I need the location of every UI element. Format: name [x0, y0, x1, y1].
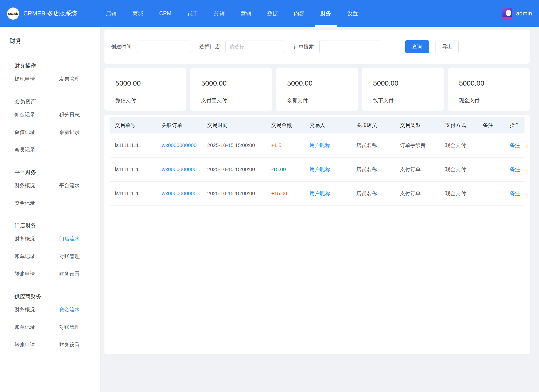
col-header-user: 交易人 [310, 122, 356, 129]
sidebar-item-withdraw-apply[interactable]: 提现申请 [14, 70, 59, 88]
cell-time: 2025-10-15 15:00:00 [207, 142, 271, 148]
cell-user-link[interactable]: 用户昵称 [310, 190, 356, 197]
avatar[interactable] [502, 8, 512, 19]
sidebar-item-balance-records[interactable]: 余额记录 [59, 123, 100, 141]
cell-order-no: ls111111111 [115, 190, 162, 197]
table-row: ls111111111 wx0000000000 2025-10-15 15:0… [110, 182, 525, 206]
stat-label: 微信支付 [116, 97, 186, 104]
cell-type: 订单手续费 [400, 142, 445, 149]
sidebar-divider [5, 52, 95, 52]
stat-label: 现金支付 [459, 97, 530, 104]
col-header-remark: 备注 [483, 122, 510, 129]
col-header-order-no: 交易单号 [115, 122, 162, 129]
export-button[interactable]: 导出 [435, 40, 459, 53]
sidebar-item-supplier-finance-settings[interactable]: 财务设置 [59, 336, 100, 353]
col-header-related-order: 关联订单 [162, 122, 207, 129]
col-header-time: 交易时间 [207, 122, 271, 129]
sidebar-item-store-flow[interactable]: 门店流水 [59, 230, 100, 247]
cell-amount: +1.5 [271, 142, 310, 148]
nav-item-crm[interactable]: CRM [151, 0, 179, 27]
sidebar-item-fund-records[interactable]: 资金记录 [14, 194, 59, 212]
sidebar-item-supplier-finance-overview[interactable]: 财务概况 [14, 301, 59, 318]
cell-user-link[interactable]: 用户昵称 [310, 142, 356, 149]
cell-related-order-link[interactable]: wx0000000000 [162, 166, 207, 173]
stat-card-offline-pay: 5000.00 线下支付 [362, 68, 444, 111]
username[interactable]: admin [516, 10, 532, 17]
nav-item-mall[interactable]: 商城 [125, 0, 151, 27]
col-header-type: 交易类型 [400, 122, 445, 129]
nav-item-staff[interactable]: 员工 [179, 0, 206, 27]
sidebar-item-store-finance-settings[interactable]: 财务设置 [59, 265, 100, 283]
sidebar-item-stored-value-records[interactable]: 储值记录 [14, 123, 59, 141]
sidebar-item-store-transfer-apply[interactable]: 转账申请 [14, 265, 59, 283]
cell-user-link[interactable]: 用户昵称 [310, 166, 356, 173]
section-title: 财务操作 [14, 61, 100, 70]
cell-remark-action-link[interactable]: 备注 [510, 166, 525, 173]
query-button[interactable]: 查询 [405, 40, 429, 53]
cell-related-order-link[interactable]: wx0000000000 [162, 142, 207, 148]
table-row: ls111111111 wx0000000000 2025-10-15 15:0… [110, 158, 525, 182]
col-header-action: 操作 [510, 122, 525, 129]
sidebar-title: 财务 [9, 37, 100, 45]
sidebar-item-supplier-fund-flow[interactable]: 资金流水 [59, 301, 100, 318]
section-title: 平台财务 [14, 168, 100, 177]
brand-title: CRMEB 多店版系统 [23, 9, 77, 18]
sidebar-item-store-reconciliation[interactable]: 对账管理 [59, 247, 100, 265]
sidebar-item-supplier-reconciliation[interactable]: 对账管理 [59, 318, 100, 336]
cell-clerk: 店员名称 [356, 166, 400, 173]
cell-remark-action-link[interactable]: 备注 [510, 142, 525, 149]
store-select[interactable] [226, 40, 284, 53]
cell-related-order-link[interactable]: wx0000000000 [162, 190, 207, 197]
nav-item-distribution[interactable]: 分销 [206, 0, 233, 27]
payment-stats-row: 5000.00 微信支付 5000.00 支付宝支付 5000.00 余额支付 … [104, 68, 530, 111]
sidebar-section-supplier-finance: 供应商财务 财务概况 资金流水 账单记录 对账管理 转账申请 财务设置 [0, 292, 100, 353]
create-time-input[interactable] [137, 40, 191, 53]
cell-pay-method: 现金支付 [445, 142, 483, 149]
nav-item-finance[interactable]: 财务 [313, 0, 339, 27]
main-content: 创建时间: 选择门店: 订单搜索: 查询 导出 5000.00 微信支付 500… [100, 27, 539, 392]
order-search-label: 订单搜索: [293, 43, 315, 50]
stat-value: 5000.00 [116, 79, 186, 87]
cell-clerk: 店员名称 [356, 190, 400, 197]
nav-item-settings[interactable]: 设置 [339, 0, 366, 27]
nav-item-data[interactable]: 数据 [259, 0, 286, 27]
sidebar-section-platform-finance: 平台财务 财务概况 平台流水 资金记录 [0, 168, 100, 212]
stat-card-balance-pay: 5000.00 余额支付 [276, 68, 358, 111]
sidebar-item-points-log[interactable]: 积分日志 [59, 106, 100, 123]
section-title: 供应商财务 [14, 292, 100, 301]
stat-value: 5000.00 [201, 79, 272, 87]
stat-label: 支付宝支付 [201, 97, 272, 104]
sidebar-section-store-finance: 门店财务 财务概况 门店流水 账单记录 对账管理 转账申请 财务设置 [0, 221, 100, 283]
order-search-input[interactable] [319, 40, 379, 53]
crmeb-logo-icon: crmeb [7, 7, 19, 20]
table-header-row: 交易单号 关联订单 交易时间 交易金额 交易人 关联店员 交易类型 支付方式 备… [110, 117, 525, 133]
sidebar-item-store-finance-overview[interactable]: 财务概况 [14, 230, 59, 247]
stat-card-wechat-pay: 5000.00 微信支付 [104, 68, 186, 111]
sidebar-item-platform-flow[interactable]: 平台流水 [59, 177, 100, 194]
nav-item-shop[interactable]: 店铺 [98, 0, 125, 27]
create-time-label: 创建时间: [111, 43, 133, 50]
sidebar-item-member-records[interactable]: 会员记录 [14, 141, 59, 159]
section-title: 会员资产 [14, 97, 100, 106]
cell-amount: +15.00 [271, 190, 310, 197]
sidebar-item-invoice-manage[interactable]: 发票管理 [59, 70, 100, 88]
store-select-label: 选择门店: [199, 43, 221, 50]
section-title: 门店财务 [14, 221, 100, 230]
sidebar-item-supplier-bill-records[interactable]: 账单记录 [14, 318, 59, 336]
cell-remark-action-link[interactable]: 备注 [510, 190, 525, 197]
col-header-amount: 交易金额 [271, 122, 310, 129]
sidebar-item-commission-records[interactable]: 佣金记录 [14, 106, 59, 123]
cell-time: 2025-10-15 15:00:00 [207, 190, 271, 197]
sidebar-item-supplier-transfer-apply[interactable]: 转账申请 [14, 336, 59, 353]
cell-type: 支付订单 [400, 166, 445, 173]
top-nav: 店铺 商城 CRM 员工 分销 营销 数据 内容 财务 设置 [98, 0, 366, 27]
sidebar-item-store-bill-records[interactable]: 账单记录 [14, 247, 59, 265]
finance-sidebar: 财务 财务操作 提现申请 发票管理 会员资产 佣金记录 积分日志 储值记录 余额… [0, 27, 100, 392]
col-header-pay-method: 支付方式 [445, 122, 483, 129]
transactions-table-card: 交易单号 关联订单 交易时间 交易金额 交易人 关联店员 交易类型 支付方式 备… [104, 115, 530, 354]
stat-value: 5000.00 [459, 79, 530, 87]
nav-item-content[interactable]: 内容 [286, 0, 313, 27]
stat-value: 5000.00 [287, 79, 358, 87]
nav-item-marketing[interactable]: 营销 [233, 0, 259, 27]
sidebar-item-platform-finance-overview[interactable]: 财务概况 [14, 177, 59, 194]
